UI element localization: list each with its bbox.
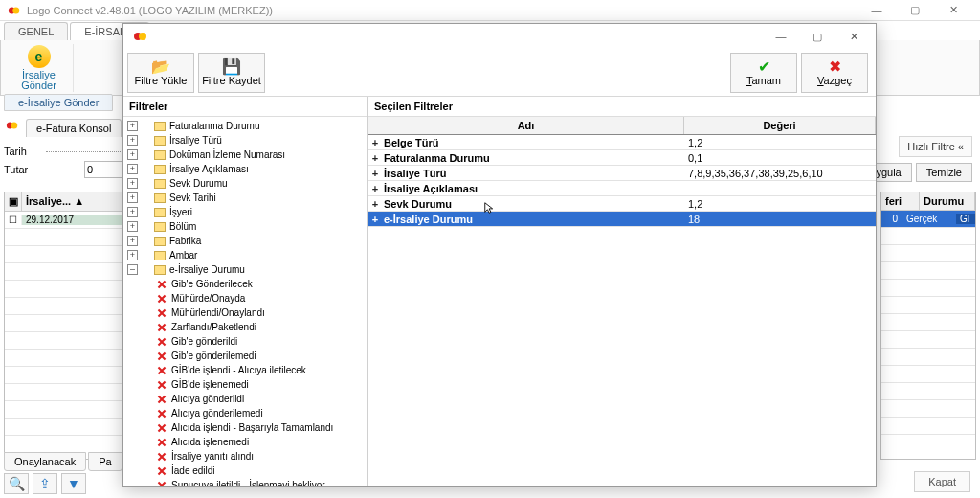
col-check[interactable]: ▣ <box>5 192 22 211</box>
tab-pa[interactable]: Pa <box>88 452 122 471</box>
dialog-titlebar: — ▢ ✕ <box>123 24 876 49</box>
main-titlebar: Logo Connect v2.48.01 (LOGO YAZILIM (MER… <box>0 0 980 21</box>
svg-point-3 <box>11 123 17 129</box>
main-maximize[interactable]: ▢ <box>896 0 934 21</box>
folder-icon <box>154 193 166 203</box>
tree-faturalanma[interactable]: +Faturalanma Durumu <box>127 119 368 133</box>
main-close[interactable]: ✕ <box>934 0 972 21</box>
export-icon[interactable]: ⇪ <box>33 473 57 494</box>
tab-onaylanacak[interactable]: Onaylanacak <box>4 452 86 471</box>
vazgec-button[interactable]: ✖Vazgeç <box>801 53 868 93</box>
ribbon-irsaliye-gonder[interactable]: İrsaliyeGönder <box>5 44 74 92</box>
save-icon: 💾 <box>222 59 241 75</box>
search-icon[interactable]: 🔍 <box>4 473 29 494</box>
rrow0-gib[interactable]: GI <box>956 214 975 224</box>
cross-icon <box>156 480 167 487</box>
cross-icon <box>156 422 167 434</box>
bottom-icons: 🔍 ⇪ ▼ <box>4 473 86 494</box>
folder-icon <box>154 265 166 275</box>
label-tarih: Tarih <box>4 146 42 157</box>
filtre-kaydet-button[interactable]: 💾Filtre Kaydet <box>198 53 265 93</box>
tree-c3[interactable]: Zarflandı/Paketlendi <box>156 320 368 334</box>
app-icon <box>8 4 21 17</box>
dialog-minimize[interactable]: — <box>763 25 799 48</box>
cross-icon <box>156 379 167 391</box>
col-adi[interactable]: Adı <box>368 117 684 134</box>
cross-icon <box>156 307 167 319</box>
tree-irsaliye-aciklama[interactable]: +İrsaliye Açıklaması <box>127 162 368 176</box>
cross-icon <box>156 351 167 362</box>
tree-c1[interactable]: Mühürde/Onayda <box>156 291 368 306</box>
folder-open-icon: 📂 <box>151 59 170 75</box>
tamam-button[interactable]: ✔Tamam <box>730 53 797 93</box>
tree-fabrika[interactable]: +Fabrika <box>127 234 368 248</box>
dialog-icon <box>133 29 148 44</box>
cross-icon <box>156 279 167 290</box>
folder-icon <box>154 136 166 146</box>
main-minimize[interactable]: — <box>858 0 896 21</box>
selected-filters-pane: Seçilen Filtreler Adı Değeri +Belge Türü… <box>368 97 876 486</box>
filter-icon[interactable]: ▼ <box>61 473 86 494</box>
tree-c10[interactable]: Alıcıda işlendi - Başarıyla Tamamlandı <box>156 420 368 435</box>
tree-c0[interactable]: Gib'e Gönderilecek <box>156 277 368 291</box>
tree-c6[interactable]: GİB'de işlendi - Alıcıya iletilecek <box>156 363 368 377</box>
tree-dokuman-izleme[interactable]: +Doküman İzleme Numarası <box>127 147 368 162</box>
folder-icon <box>154 150 166 160</box>
tree-c8[interactable]: Alıcıya gönderildi <box>156 392 368 406</box>
filter-dialog: — ▢ ✕ 📂Filtre Yükle 💾Filtre Kaydet ✔Tama… <box>122 23 877 487</box>
tree-c13[interactable]: İade edildi <box>156 464 368 478</box>
left-form: Tarih Tutar <box>4 146 128 182</box>
tree-c2[interactable]: Mühürlendi/Onaylandı <box>156 306 368 320</box>
cross-icon <box>156 451 167 463</box>
rrow0-num[interactable]: 0 <box>881 214 902 224</box>
tree-eirsaliye-durumu[interactable]: –e-İrsaliye Durumu <box>127 262 368 277</box>
cross-icon: ✖ <box>829 59 841 75</box>
folder-icon <box>154 237 166 246</box>
cross-icon <box>156 465 167 477</box>
filtre-yukle-button[interactable]: 📂Filtre Yükle <box>127 53 194 93</box>
selrow-1[interactable]: +Faturalanma Durumu0,1 <box>368 150 876 166</box>
tree-ambar[interactable]: +Ambar <box>127 248 368 262</box>
selrow-5-selected[interactable]: +e-İrsaliye Durumu18 <box>368 212 876 227</box>
tree-bolum[interactable]: +Bölüm <box>127 219 368 234</box>
cross-icon <box>156 322 167 333</box>
row0-date[interactable]: 29.12.2017 <box>22 215 127 225</box>
tree-c7[interactable]: GİB'de işlenemedi <box>156 377 368 392</box>
tree-c4[interactable]: Gib'e gönderildi <box>156 334 368 349</box>
tree-sevk-durumu[interactable]: +Sevk Durumu <box>127 176 368 191</box>
tree-c11[interactable]: Alıcıda işlenemedi <box>156 435 368 449</box>
temizle-button[interactable]: Temizle <box>916 163 972 182</box>
selrow-4[interactable]: +Sevk Durumu1,2 <box>368 196 876 212</box>
dialog-maximize[interactable]: ▢ <box>799 25 835 48</box>
selrow-3[interactable]: +İrsaliye Açıklaması <box>368 181 876 196</box>
tab-efatura-konsol[interactable]: e-Fatura Konsol <box>26 119 122 137</box>
rcol-feri[interactable]: feri <box>881 192 920 210</box>
konsol-icon <box>6 119 19 134</box>
tree-c5[interactable]: Gib'e gönderilemedi <box>156 349 368 363</box>
kapat-button[interactable]: KKapatapat <box>914 471 970 492</box>
row0-check[interactable]: ☐ <box>5 215 22 225</box>
tree-isyeri[interactable]: +İşyeri <box>127 205 368 219</box>
tab-genel[interactable]: GENEL <box>4 22 68 40</box>
col-irsaliye[interactable]: İrsaliye... ▲ <box>22 192 127 211</box>
tree-c12[interactable]: İrsaliye yanıtı alındı <box>156 449 368 464</box>
filter-tree[interactable]: +Faturalanma Durumu +İrsaliye Türü +Dokü… <box>123 117 368 486</box>
rrow0-val[interactable]: Gerçek <box>902 214 956 224</box>
cross-icon <box>156 408 167 419</box>
tree-sevk-tarihi[interactable]: +Sevk Tarihi <box>127 191 368 205</box>
folder-icon <box>154 122 166 131</box>
dialog-close[interactable]: ✕ <box>835 25 872 48</box>
tree-c9[interactable]: Alıcıya gönderilemedi <box>156 406 368 420</box>
rcol-durumu[interactable]: Durumu <box>920 192 975 210</box>
tree-c14[interactable]: Sunucuya iletildi - İşlenmeyi bekliyor <box>156 478 368 486</box>
selrow-2[interactable]: +İrsaliye Türü7,8,9,35,36,37,38,39,25,6,… <box>368 166 876 181</box>
folder-icon <box>154 222 166 232</box>
folder-icon <box>154 179 166 189</box>
cross-icon <box>156 437 167 448</box>
hizli-filtre-link[interactable]: Hızlı Filtre « <box>899 136 972 157</box>
col-degeri[interactable]: Değeri <box>684 117 876 134</box>
tree-irsaliye-turu[interactable]: +İrsaliye Türü <box>127 133 368 147</box>
right-grid: feri Durumu 0 Gerçek GI <box>880 192 976 460</box>
selrow-0[interactable]: +Belge Türü1,2 <box>368 135 876 150</box>
cross-icon <box>156 293 167 305</box>
